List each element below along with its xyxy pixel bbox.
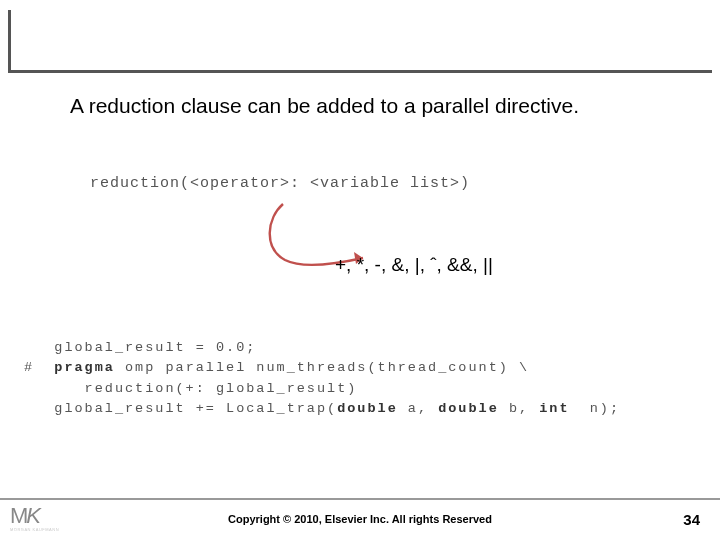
horizontal-rule-bottom (0, 498, 720, 500)
pragma-keyword: pragma (54, 360, 115, 375)
intro-paragraph: A reduction clause can be added to a par… (70, 92, 630, 119)
operator-list: +, *, -, &, |, ˆ, &&, || (335, 254, 493, 276)
code-line-3: reduction(+: global_result) (24, 381, 357, 396)
code-line-2a: # (24, 360, 54, 375)
int-keyword: int (539, 401, 569, 416)
code-line-4g: n); (570, 401, 621, 416)
slide-number: 34 (683, 511, 700, 528)
double-keyword-1: double (337, 401, 398, 416)
copyright-text: Copyright © 2010, Elsevier Inc. All righ… (0, 513, 720, 525)
syntax-code: reduction(<operator>: <variable list>) (90, 175, 470, 192)
double-keyword-2: double (438, 401, 499, 416)
horizontal-rule-top (8, 70, 712, 73)
code-line-2c: omp parallel num_threads(thread_count) \ (115, 360, 529, 375)
slide-container: A reduction clause can be added to a par… (0, 0, 720, 540)
code-line-4a: global_result += Local_trap( (24, 401, 337, 416)
vertical-rule-top (8, 10, 11, 70)
code-line-1: global_result = 0.0; (24, 340, 256, 355)
code-line-4c: a, (398, 401, 438, 416)
code-line-4e: b, (499, 401, 539, 416)
logo-subtext: MORGAN KAUFMANN (10, 527, 59, 532)
example-code-block: global_result = 0.0; # pragma omp parall… (24, 338, 620, 419)
